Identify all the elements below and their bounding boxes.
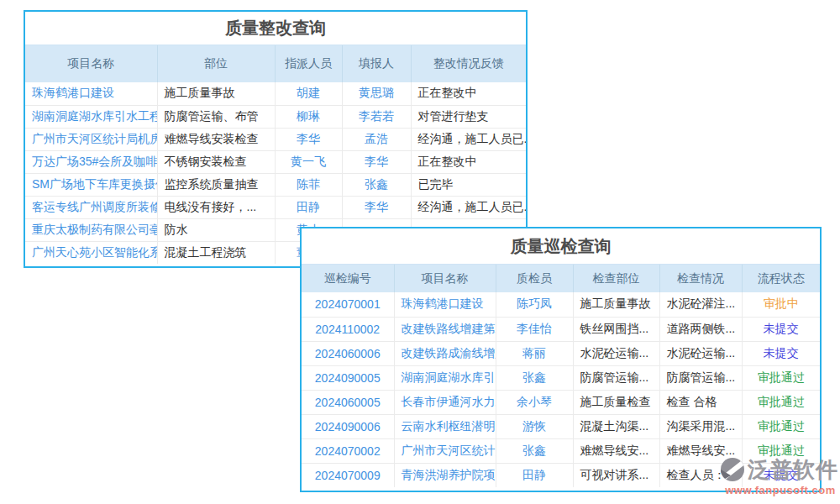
inspect-column-header: 检查情况 (659, 265, 742, 292)
inspect-status-cell: 未提交 (742, 341, 820, 365)
inspect-text-cell: 难燃导线安... (573, 438, 659, 463)
inspect-link-cell[interactable]: 2024060005 (302, 390, 394, 414)
fanpu-watermark-name: 泛普软件 (748, 459, 838, 480)
inspect-text-cell: 水泥砼运输... (573, 341, 659, 365)
inspect-column-header: 巡检编号 (302, 265, 394, 292)
rectify-text-cell: 电线没有接好，... (157, 196, 275, 218)
inspect-text-cell: 水泥砼运输... (659, 341, 742, 365)
rectify-link-cell[interactable]: 李华 (275, 128, 342, 150)
inspect-column-header: 流程状态 (742, 265, 820, 292)
inspect-link-cell[interactable]: 改建铁路线增建第二 (394, 317, 496, 341)
inspect-status-cell: 审批中 (742, 292, 820, 317)
rectify-link-cell[interactable]: 李华 (342, 150, 411, 173)
rectify-text-cell: 难燃导线安装检查 (157, 128, 275, 150)
inspect-column-header: 项目名称 (394, 265, 496, 292)
rectify-text-cell: 监控系统质量抽查 (157, 173, 275, 196)
fanpu-watermark-url: www.fanpusoft.com (721, 485, 840, 496)
inspect-link-cell[interactable]: 陈巧凤 (496, 292, 573, 317)
rectify-link-cell[interactable]: 湖南洞庭湖水库引水工程施工 (25, 105, 157, 128)
rectify-text-cell: 不锈钢安装检查 (157, 150, 275, 173)
inspect-status-cell: 未提交 (742, 317, 820, 341)
fanpu-logo-icon (721, 458, 744, 481)
rectify-link-cell[interactable]: 胡建 (275, 82, 342, 105)
inspect-link-cell[interactable]: 湖南洞庭湖水库引水 (394, 365, 496, 390)
inspect-window-title: 质量巡检查询 (302, 228, 820, 265)
rectify-link-cell[interactable]: SM广场地下车库更换摄像机 (25, 173, 157, 196)
rectify-link-cell[interactable]: 重庆太极制药有限公司亳州 (25, 218, 157, 241)
rectify-link-cell[interactable]: 孟浩 (342, 128, 411, 150)
rectify-link-cell[interactable]: 万达广场35#会所及咖啡厅装修 (25, 150, 157, 173)
inspect-status-cell: 审批通过 (742, 365, 820, 390)
rectify-window-title: 质量整改查询 (25, 12, 526, 45)
inspect-table-row: 2024090005湖南洞庭湖水库引水张鑫防腐管运输...防腐管运输...审批通… (302, 365, 820, 390)
inspect-link-cell[interactable]: 2024090006 (302, 414, 394, 438)
rectify-table-row: SM广场地下车库更换摄像机监控系统质量抽查陈菲张鑫已完毕 (25, 173, 526, 196)
rectify-text-cell: 经沟通，施工人员已... (411, 128, 526, 150)
rectify-link-cell[interactable]: 柳琳 (275, 105, 342, 128)
rectify-link-cell[interactable]: 黄一飞 (275, 150, 342, 173)
inspect-link-cell[interactable]: 2024070009 (302, 463, 394, 487)
inspect-link-cell[interactable]: 2024060006 (302, 341, 394, 365)
rectify-text-cell: 施工质量事故 (157, 82, 275, 105)
rectify-link-cell[interactable]: 黄思璐 (342, 82, 411, 105)
inspect-text-cell: 防腐管运输... (659, 365, 742, 390)
rectify-link-cell[interactable]: 广州市天河区统计局机房改造 (25, 128, 157, 150)
inspect-table-row: 2024070001珠海鹤港口建设陈巧凤施工质量事故水泥砼灌注...审批中 (302, 292, 820, 317)
inspect-link-cell[interactable]: 云南水利枢纽潜明水 (394, 414, 496, 438)
inspect-text-cell: 可视对讲系... (573, 463, 659, 487)
rectify-table-row: 万达广场35#会所及咖啡厅装修不锈钢安装检查黄一飞李华正在整改中 (25, 150, 526, 173)
inspect-link-cell[interactable]: 李佳怡 (496, 317, 573, 341)
inspect-link-cell[interactable]: 2024070001 (302, 292, 394, 317)
inspect-table-row: 2024110002改建铁路线增建第二李佳怡铁丝网围挡...道路两侧铁...未提… (302, 317, 820, 341)
inspect-table-row: 2024060006改建铁路成渝线增建蒋丽水泥砼运输...水泥砼运输...未提交 (302, 341, 820, 365)
inspect-text-cell: 铁丝网围挡... (573, 317, 659, 341)
inspect-text-cell: 检查 合格 (659, 390, 742, 414)
inspect-text-cell: 沟渠采用混... (659, 414, 742, 438)
rectify-text-cell: 混凝土工程浇筑 (157, 241, 275, 264)
inspect-table: 巡检编号项目名称质检员检查部位检查情况流程状态 2024070001珠海鹤港口建… (302, 265, 820, 487)
rectify-text-cell: 防腐管运输、布管 (157, 105, 275, 128)
inspect-link-cell[interactable]: 青海洪湖养护院项目 (394, 463, 496, 487)
rectify-table-row: 广州市天河区统计局机房改造难燃导线安装检查李华孟浩经沟通，施工人员已... (25, 128, 526, 150)
inspect-header-row: 巡检编号项目名称质检员检查部位检查情况流程状态 (302, 265, 820, 292)
inspect-link-cell[interactable]: 余小琴 (496, 390, 573, 414)
inspect-link-cell[interactable]: 2024090005 (302, 365, 394, 390)
inspect-link-cell[interactable]: 田静 (496, 463, 573, 487)
rectify-column-header: 指派人员 (275, 45, 342, 82)
rectify-column-header: 填报人 (342, 45, 411, 82)
rectify-text-cell: 正在整改中 (411, 82, 526, 105)
inspect-text-cell: 水泥砼灌注... (659, 292, 742, 317)
rectify-link-cell[interactable]: 田静 (275, 196, 342, 218)
rectify-link-cell[interactable]: 李若若 (342, 105, 411, 128)
inspect-link-cell[interactable]: 游恢 (496, 414, 573, 438)
rectify-text-cell: 对管进行垫支 (411, 105, 526, 128)
inspect-link-cell[interactable]: 长春市伊通河水力发 (394, 390, 496, 414)
inspect-status-cell: 审批通过 (742, 390, 820, 414)
inspect-text-cell: 施工质量事故 (573, 292, 659, 317)
fanpu-watermark: 泛普软件 www.fanpusoft.com (721, 458, 840, 496)
inspect-link-cell[interactable]: 张鑫 (496, 365, 573, 390)
rectify-text-cell: 已完毕 (411, 173, 526, 196)
inspect-link-cell[interactable]: 蒋丽 (496, 341, 573, 365)
rectify-table-row: 湖南洞庭湖水库引水工程施工防腐管运输、布管柳琳李若若对管进行垫支 (25, 105, 526, 128)
inspect-link-cell[interactable]: 张鑫 (496, 438, 573, 463)
inspect-column-header: 检查部位 (573, 265, 659, 292)
inspect-link-cell[interactable]: 广州市天河区统计局 (394, 438, 496, 463)
rectify-column-header: 整改情况反馈 (411, 45, 526, 82)
rectify-column-header: 项目名称 (25, 45, 157, 82)
rectify-link-cell[interactable]: 陈菲 (275, 173, 342, 196)
rectify-text-cell: 正在整改中 (411, 150, 526, 173)
inspect-query-window: 质量巡检查询 巡检编号项目名称质检员检查部位检查情况流程状态 202407000… (300, 227, 822, 492)
rectify-link-cell[interactable]: 李华 (342, 196, 411, 218)
rectify-link-cell[interactable]: 客运专线广州调度所装修项目 (25, 196, 157, 218)
rectify-link-cell[interactable]: 张鑫 (342, 173, 411, 196)
inspect-link-cell[interactable]: 2024070002 (302, 438, 394, 463)
rectify-link-cell[interactable]: 广州天心苑小区智能化系统 (25, 241, 157, 264)
inspect-link-cell[interactable]: 珠海鹤港口建设 (394, 292, 496, 317)
rectify-text-cell: 防水 (157, 218, 275, 241)
rectify-table-row: 客运专线广州调度所装修项目电线没有接好，...田静李华经沟通，施工人员已... (25, 196, 526, 218)
rectify-text-cell: 经沟通，施工人员已... (411, 196, 526, 218)
inspect-link-cell[interactable]: 2024110002 (302, 317, 394, 341)
rectify-link-cell[interactable]: 珠海鹤港口建设 (25, 82, 157, 105)
inspect-link-cell[interactable]: 改建铁路成渝线增建 (394, 341, 496, 365)
